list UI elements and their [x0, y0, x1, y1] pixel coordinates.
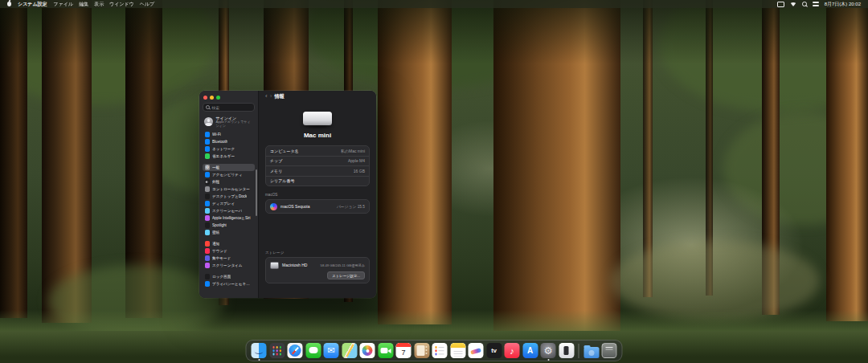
sidebar-item-wallpaper[interactable]: 壁紙	[203, 229, 255, 236]
apple-icon[interactable]	[7, 2, 11, 6]
dock-item-iphone-mirroring[interactable]	[559, 343, 574, 358]
sidebar-item-control-center[interactable]: コントロールセンター	[203, 186, 255, 193]
dock-item-contacts[interactable]	[414, 343, 429, 358]
dock-item-calendar[interactable]: 7	[396, 343, 411, 358]
sidebar-item-notifications[interactable]: 通知	[203, 240, 255, 247]
dock-item-music[interactable]	[505, 343, 520, 358]
dock-item-mail[interactable]	[324, 343, 339, 358]
notifications-icon	[205, 241, 211, 247]
row-value: 16 GB	[354, 169, 365, 173]
sidebar-item-screensaver[interactable]: スクリーンセーバ	[203, 207, 255, 214]
macos-card[interactable]: macOS Sequoia バージョン 15.5	[265, 199, 370, 214]
sidebar-item-desktop-dock[interactable]: デスクトップとDock	[203, 193, 255, 200]
dock-item-launchpad[interactable]	[269, 343, 285, 358]
close-button[interactable]	[203, 96, 207, 100]
menu-item[interactable]: ウインドウ	[109, 0, 134, 8]
page-title: 情報	[274, 93, 284, 100]
disk-icon	[270, 262, 279, 269]
apple-intelligence-icon	[205, 215, 211, 221]
control-center-icon[interactable]	[813, 2, 819, 6]
wifi-icon[interactable]	[790, 2, 796, 6]
wifi-icon	[205, 132, 211, 137]
sidebar-item-apple-intelligence[interactable]: Apple IntelligenceとSiri	[203, 214, 255, 222]
dock-item-settings[interactable]	[541, 343, 556, 358]
row-label: コンピュータ名	[270, 149, 299, 153]
sidebar-item-accessibility[interactable]: アクセシビリティ	[203, 171, 255, 178]
minimize-button[interactable]	[210, 96, 214, 100]
messages-icon	[305, 343, 321, 358]
dock-item-downloads[interactable]	[583, 343, 599, 358]
system-settings-window: 検索 サインイン Appleアカウントでサインイン Wi-FiBluetooth…	[199, 91, 376, 298]
storage-settings-button[interactable]: ストレージ設定...	[327, 271, 365, 279]
sidebar-item-focus[interactable]: 集中モード	[203, 255, 255, 262]
sidebar-item-label: 壁紙	[212, 230, 219, 235]
sidebar-item-general[interactable]: 一般	[203, 164, 255, 171]
dock-item-safari[interactable]	[288, 343, 303, 358]
macos-name: macOS Sequoia	[280, 204, 309, 209]
privacy-icon	[205, 281, 211, 287]
menu-clock[interactable]: 8月7日(木) 20:02	[825, 0, 861, 8]
sidebar-item-displays[interactable]: ディスプレイ	[203, 200, 255, 207]
dock-item-reminders[interactable]	[432, 343, 448, 358]
zoom-button[interactable]	[216, 96, 220, 100]
sidebar-item-privacy[interactable]: プライバシーとセキュリティ	[203, 280, 255, 288]
sound-icon	[205, 248, 211, 254]
dock-item-tv[interactable]	[486, 343, 502, 358]
sidebar-items: Wi-FiBluetoothネットワーク省エネルギー一般アクセシビリティ外観コン…	[203, 131, 255, 288]
music-icon	[505, 343, 520, 358]
sidebar-item-appearance[interactable]: 外観	[203, 178, 255, 186]
sidebar-item-lock-screen[interactable]: ロック画面	[203, 273, 255, 280]
sidebar-item-label: アクセシビリティ	[212, 173, 243, 177]
sidebar-scrollbar[interactable]	[256, 169, 257, 216]
mail-icon	[324, 343, 339, 358]
spotlight-icon	[205, 222, 211, 228]
sidebar-item-label: ディスプレイ	[212, 202, 235, 206]
sidebar-item-label: ネットワーク	[212, 147, 235, 151]
sidebar-item-energy[interactable]: 省エネルギー	[203, 153, 255, 160]
sidebar-item-label: プライバシーとセキュリティ	[212, 282, 253, 286]
dock-item-finder[interactable]	[252, 343, 267, 358]
dock-item-trash[interactable]	[602, 343, 617, 358]
energy-icon	[205, 153, 211, 159]
menu-item[interactable]: ヘルプ	[140, 0, 154, 8]
search-icon[interactable]	[802, 2, 807, 6]
dock-item-facetime[interactable]	[378, 343, 393, 358]
sidebar-item-label: Wi-Fi	[212, 133, 221, 137]
sidebar-item-spotlight[interactable]: Spotlight	[203, 222, 255, 229]
sidebar-item-wifi[interactable]: Wi-Fi	[203, 131, 255, 138]
about-row-chip[interactable]: チップApple M4	[266, 156, 369, 166]
sidebar-item-label: Spotlight	[212, 223, 227, 227]
dock-item-appstore[interactable]	[522, 343, 538, 358]
appearance-icon	[205, 179, 211, 185]
menu-item[interactable]: 表示	[94, 0, 104, 8]
dock-item-notes[interactable]	[450, 343, 465, 358]
menu-item[interactable]: 編集	[79, 0, 88, 8]
sidebar-item-sound[interactable]: サウンド	[203, 247, 255, 255]
sidebar-item-label: 通知	[212, 242, 219, 246]
control-center-icon	[205, 186, 211, 192]
account-subtitle: Appleアカウントでサインイン	[216, 120, 254, 128]
desktop: システム設定 ファイル編集表示ウインドウヘルプ 8月7日(木) 20:02 検索	[0, 0, 868, 363]
menu-app-name[interactable]: システム設定	[18, 0, 47, 8]
menu-item[interactable]: ファイル	[54, 0, 74, 8]
sidebar-item-label: コントロールセンター	[212, 187, 250, 191]
search-input[interactable]: 検索	[203, 103, 255, 112]
back-button[interactable]: ‹	[265, 91, 268, 102]
screen-mirroring-icon[interactable]	[777, 2, 784, 7]
apple-account-item[interactable]: サインイン Appleアカウントでサインイン	[203, 112, 255, 131]
dock-item-maps[interactable]	[342, 343, 357, 358]
sidebar-item-bluetooth[interactable]: Bluetooth	[203, 138, 255, 145]
settings-icon	[541, 343, 556, 358]
dock-item-freeform[interactable]	[469, 343, 484, 358]
notes-icon	[450, 343, 465, 358]
about-row-serial-number[interactable]: シリアル番号	[266, 176, 369, 186]
row-label: チップ	[270, 158, 282, 163]
dock-item-photos[interactable]	[360, 343, 375, 358]
forward-button[interactable]: ›	[270, 91, 272, 102]
sidebar-item-network[interactable]: ネットワーク	[203, 145, 255, 153]
about-row-memory[interactable]: メモリ16 GB	[266, 165, 369, 176]
dock-item-messages[interactable]	[305, 343, 321, 358]
sidebar-item-screen-time[interactable]: スクリーンタイム	[203, 262, 255, 269]
about-row-computer-name[interactable]: コンピュータ名私のMac mini	[266, 146, 369, 156]
photos-icon	[360, 343, 375, 358]
